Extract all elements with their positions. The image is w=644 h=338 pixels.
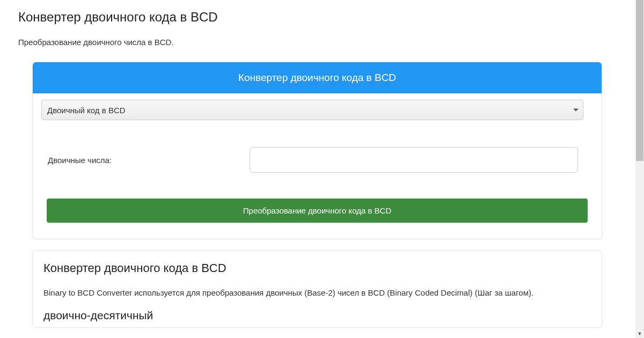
mode-select-wrapper: Двоичный код в BCD	[41, 100, 593, 120]
info-heading: Конвертер двоичного кода в BCD	[43, 261, 591, 275]
info-subheading: двоично-десятичный	[43, 309, 591, 322]
mode-select[interactable]: Двоичный код в BCD	[41, 100, 583, 120]
scroll-down-icon[interactable]: ▼	[635, 329, 644, 338]
page-container: Конвертер двоичного кода в BCD Преобразо…	[16, 10, 620, 328]
scrollbar-track[interactable]: ▲ ▼	[635, 0, 644, 338]
info-description: Binary to BCD Converter используется для…	[43, 288, 591, 297]
binary-input-label: Двоичные числа:	[48, 156, 250, 165]
panel-header: Конвертер двоичного кода в BCD	[33, 62, 602, 93]
chevron-down-icon	[573, 109, 579, 112]
page-title: Конвертер двоичного кода в BCD	[18, 10, 620, 25]
scrollbar-thumb[interactable]	[636, 0, 643, 161]
mode-select-value: Двоичный код в BCD	[47, 106, 126, 115]
converter-panel: Конвертер двоичного кода в BCD Двоичный …	[32, 62, 602, 239]
input-row: Двоичные числа:	[41, 147, 593, 173]
convert-button[interactable]: Преобразование двоичного кода в BCD	[47, 199, 588, 223]
page-subtitle: Преобразование двоичного числа в BCD.	[18, 38, 620, 47]
binary-input[interactable]	[250, 147, 578, 173]
info-panel: Конвертер двоичного кода в BCD Binary to…	[32, 250, 602, 328]
panel-body: Двоичный код в BCD Двоичные числа: Преоб…	[33, 93, 602, 239]
